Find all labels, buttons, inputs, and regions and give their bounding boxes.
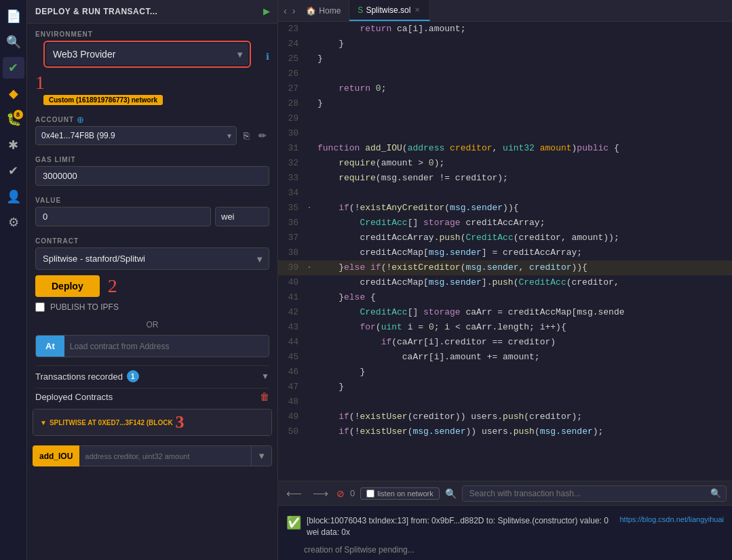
sidebar-icon-files[interactable]: 📄	[3, 5, 24, 27]
account-plus-icon[interactable]: ⊕	[77, 115, 84, 125]
annotation-3: 3	[176, 414, 185, 431]
listen-checkbox[interactable]	[366, 489, 374, 498]
deploy-panel-header: DEPLOY & RUN TRANSACT... ▶	[27, 0, 277, 24]
toolbar-back-btn[interactable]: ⟵	[284, 485, 305, 501]
account-select[interactable]: 0x4e1...74F8B (99.9	[35, 126, 237, 145]
at-button[interactable]: At	[36, 336, 64, 357]
sidebar-icon-debug[interactable]: 🐛 8	[3, 108, 24, 130]
tx-log: ✅ [block:10076043 txIndex:13] from: 0x9b…	[278, 505, 732, 560]
gas-limit-label: GAS LIMIT	[35, 156, 269, 163]
tabs-bar: ‹ › 🏠 Home S Splitwise.sol ✕	[278, 0, 732, 22]
value-label: VALUE	[35, 197, 269, 204]
code-line: 41 }else {	[278, 290, 732, 305]
tab-home-label: Home	[319, 6, 341, 16]
sidebar: 📄 🔍 ✔ ◆ 🐛 8 ✱ ✔ 👤 ⚙	[0, 0, 27, 560]
panel-title: DEPLOY & RUN TRANSACT...	[35, 7, 157, 16]
tx-search-input[interactable]	[462, 485, 727, 502]
environment-select[interactable]: Web3 Provider JavaScript VM Injected Web…	[46, 43, 248, 65]
add-iou-input[interactable]	[79, 445, 252, 466]
code-line: 26	[278, 66, 732, 81]
code-line: 43 for(uint i = 0; i < caArr.length; i++…	[278, 320, 732, 335]
code-area: 23 return ca[i].amount; 24 } 25 } 26 27 …	[278, 22, 732, 481]
code-line: 45 caArr[i].amount += amount;	[278, 350, 732, 365]
code-line: 36 CreditAcc[] storage creditAccArray;	[278, 216, 732, 231]
environment-label: ENVIRONMENT	[35, 31, 269, 38]
tab-nav-right[interactable]: ›	[290, 5, 298, 16]
tab-home[interactable]: 🏠 Home	[298, 0, 349, 21]
edit-account-button[interactable]: ✏	[256, 129, 269, 142]
value-unit-select[interactable]: wei gwei finney ether	[215, 207, 269, 226]
deploy-row: Deploy 2	[35, 275, 269, 297]
gas-limit-input[interactable]	[35, 166, 269, 186]
transactions-left: Transactions recorded 1	[35, 370, 139, 382]
code-line: 24 }	[278, 37, 732, 52]
trash-icon[interactable]: 🗑	[260, 391, 269, 402]
network-badge-wrap: Custom (1618919786773) network	[35, 94, 269, 109]
code-line: 33 require(msg.sender != creditor);	[278, 171, 732, 186]
deploy-panel: DEPLOY & RUN TRANSACT... ▶ ENVIRONMENT W…	[27, 0, 278, 560]
at-input[interactable]	[64, 336, 269, 357]
gas-limit-wrap	[35, 166, 269, 186]
tx-log-link[interactable]: https://blog.csdn.net/liangyihuai	[620, 515, 725, 523]
sidebar-icon-plugins[interactable]: ✱	[3, 134, 24, 156]
deployed-contracts-row: Deployed Contracts 🗑	[35, 388, 269, 405]
transactions-count: 1	[127, 370, 139, 382]
contract-select[interactable]: Splitwise - stanford/Splitwi	[35, 247, 269, 270]
value-input[interactable]	[35, 207, 211, 226]
add-iou-button[interactable]: add_IOU	[33, 445, 79, 466]
code-line: 38 creditAccMap[msg.sender] = creditAccA…	[278, 245, 732, 260]
transactions-row[interactable]: Transactions recorded 1 ▼	[35, 365, 269, 386]
tab-close-icon[interactable]: ✕	[413, 6, 421, 14]
code-line: 35 · if(!existAnyCreditor(msg.sender)){	[278, 201, 732, 216]
account-row: 0x4e1...74F8B (99.9 ▼ ⎘ ✏	[35, 126, 269, 145]
code-line: 49 if(!existUser(creditor)) users.push(c…	[278, 409, 732, 424]
contract-select-wrap: Splitwise - stanford/Splitwi ▼	[35, 247, 269, 270]
value-row: wei gwei finney ether	[35, 207, 269, 226]
main-area: ‹ › 🏠 Home S Splitwise.sol ✕ 23 return c…	[278, 0, 732, 560]
contract-label: CONTRACT	[35, 237, 269, 245]
listen-label: listen on network	[377, 489, 434, 498]
code-line: 31 function add_IOU(address creditor, ui…	[278, 141, 732, 156]
debug-badge: 8	[14, 110, 23, 119]
at-row: At	[35, 335, 269, 357]
sidebar-icon-deploy[interactable]: ◆	[3, 83, 24, 104]
code-line: 47 }	[278, 380, 732, 395]
sidebar-icon-user[interactable]: 👤	[3, 186, 24, 207]
sidebar-icon-search[interactable]: 🔍	[3, 31, 24, 53]
environment-info-icon[interactable]: ℹ	[266, 52, 269, 62]
deploy-button[interactable]: Deploy	[35, 275, 100, 297]
toolbar-forward-btn[interactable]: ⟶	[310, 485, 331, 501]
copy-account-button[interactable]: ⎘	[241, 129, 252, 142]
code-line: 34	[278, 186, 732, 201]
tab-nav-left[interactable]: ‹	[281, 5, 290, 16]
tab-splitwise[interactable]: S Splitwise.sol ✕	[349, 0, 430, 21]
publish-row: PUBLISH TO IPFS	[35, 302, 269, 312]
code-line: 25 }	[278, 52, 732, 66]
code-line: 37 creditAccArray.push(CreditAcc(credito…	[278, 231, 732, 245]
annotation-1-num: 1	[35, 73, 269, 92]
publish-ipfs-label: PUBLISH TO IPFS	[50, 302, 119, 312]
publish-ipfs-checkbox[interactable]	[35, 302, 45, 312]
code-line: 46 }	[278, 365, 732, 380]
chevron-right-icon: ▼	[40, 419, 47, 426]
sidebar-icon-settings[interactable]: ⚙	[3, 212, 24, 233]
sidebar-icon-git[interactable]: ✔	[3, 57, 24, 79]
sidebar-icon-verify[interactable]: ✔	[3, 160, 24, 182]
creation-text: creation of Splitwise pending...	[286, 542, 724, 555]
code-line: 50 if(!existUser(msg.sender)) users.push…	[278, 424, 732, 439]
account-select-wrap: 0x4e1...74F8B (99.9 ▼	[35, 126, 237, 145]
network-badge: Custom (1618919786773) network	[43, 95, 163, 105]
contract-instance-label: SPLITWISE AT 0XED7...3F142 (BLOCK	[50, 419, 173, 426]
contract-instance: ▼ SPLITWISE AT 0XED7...3F142 (BLOCK 3	[33, 409, 272, 436]
add-iou-chevron-icon[interactable]: ▼	[252, 445, 272, 466]
panel-icon: ▶	[263, 7, 270, 16]
add-iou-row: add_IOU ▼	[33, 445, 272, 466]
deployed-contracts-label: Deployed Contracts	[35, 392, 113, 402]
account-label: ACCOUNT	[35, 116, 74, 123]
code-line: 30	[278, 126, 732, 141]
code-line: 27 return 0;	[278, 81, 732, 96]
contract-instance-header[interactable]: ▼ SPLITWISE AT 0XED7...3F142 (BLOCK 3	[33, 409, 271, 435]
tx-log-text: [block:10076043 txIndex:13] from: 0x9bF.…	[307, 515, 615, 538]
code-line: 44 if(caArr[i].creditor == creditor)	[278, 335, 732, 350]
code-line: 23 return ca[i].amount;	[278, 22, 732, 37]
